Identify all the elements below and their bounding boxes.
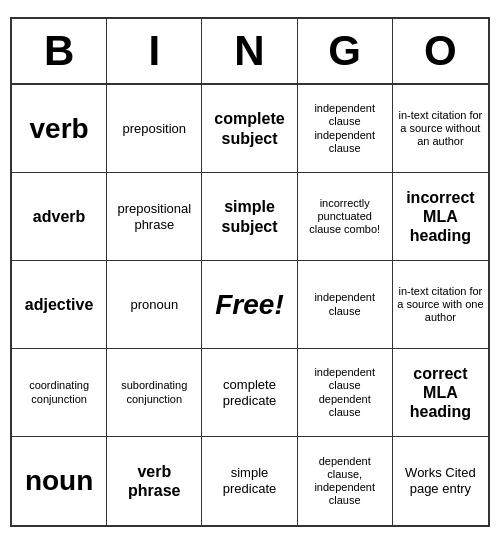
header-letter-B: B <box>12 19 107 83</box>
cell-text-11: pronoun <box>130 297 178 313</box>
cell-text-14: in-text citation for a source with one a… <box>397 285 484 325</box>
bingo-cell-17: complete predicate <box>202 349 297 437</box>
bingo-cell-9: incorrect MLA heading <box>393 173 488 261</box>
cell-text-12: Free! <box>215 288 283 322</box>
cell-text-8: incorrectly punctuated clause combo! <box>302 197 388 237</box>
cell-text-13: independent clause <box>302 291 388 317</box>
cell-text-24: Works Cited page entry <box>397 465 484 496</box>
bingo-header: BINGO <box>12 19 488 85</box>
bingo-cell-1: preposition <box>107 85 202 173</box>
header-letter-I: I <box>107 19 202 83</box>
cell-text-18: independent clause dependent clause <box>302 366 388 419</box>
cell-text-10: adjective <box>25 295 93 314</box>
bingo-grid: verbprepositioncomplete subjectindepende… <box>12 85 488 525</box>
cell-text-1: preposition <box>122 121 186 137</box>
header-letter-N: N <box>202 19 297 83</box>
cell-text-22: simple predicate <box>206 465 292 496</box>
bingo-cell-4: in-text citation for a source without an… <box>393 85 488 173</box>
bingo-card: BINGO verbprepositioncomplete subjectind… <box>10 17 490 527</box>
bingo-cell-14: in-text citation for a source with one a… <box>393 261 488 349</box>
cell-text-20: noun <box>25 464 93 498</box>
cell-text-4: in-text citation for a source without an… <box>397 109 484 149</box>
bingo-cell-3: independent clause independent clause <box>298 85 393 173</box>
bingo-cell-5: adverb <box>12 173 107 261</box>
bingo-cell-12: Free! <box>202 261 297 349</box>
bingo-cell-20: noun <box>12 437 107 525</box>
cell-text-16: subordinating conjunction <box>111 379 197 405</box>
cell-text-19: correct MLA heading <box>397 364 484 422</box>
bingo-cell-15: coordinating conjunction <box>12 349 107 437</box>
bingo-cell-24: Works Cited page entry <box>393 437 488 525</box>
cell-text-23: dependent clause, independent clause <box>302 455 388 508</box>
bingo-cell-6: prepositional phrase <box>107 173 202 261</box>
cell-text-21: verb phrase <box>111 462 197 500</box>
bingo-cell-0: verb <box>12 85 107 173</box>
cell-text-6: prepositional phrase <box>111 201 197 232</box>
bingo-cell-8: incorrectly punctuated clause combo! <box>298 173 393 261</box>
cell-text-17: complete predicate <box>206 377 292 408</box>
bingo-cell-13: independent clause <box>298 261 393 349</box>
bingo-cell-22: simple predicate <box>202 437 297 525</box>
header-letter-G: G <box>298 19 393 83</box>
bingo-cell-11: pronoun <box>107 261 202 349</box>
bingo-cell-16: subordinating conjunction <box>107 349 202 437</box>
bingo-cell-7: simple subject <box>202 173 297 261</box>
bingo-cell-10: adjective <box>12 261 107 349</box>
bingo-cell-2: complete subject <box>202 85 297 173</box>
cell-text-0: verb <box>30 112 89 146</box>
cell-text-3: independent clause independent clause <box>302 102 388 155</box>
bingo-cell-23: dependent clause, independent clause <box>298 437 393 525</box>
bingo-cell-19: correct MLA heading <box>393 349 488 437</box>
cell-text-7: simple subject <box>206 197 292 235</box>
header-letter-O: O <box>393 19 488 83</box>
bingo-cell-21: verb phrase <box>107 437 202 525</box>
cell-text-9: incorrect MLA heading <box>397 188 484 246</box>
bingo-cell-18: independent clause dependent clause <box>298 349 393 437</box>
cell-text-15: coordinating conjunction <box>16 379 102 405</box>
cell-text-5: adverb <box>33 207 85 226</box>
cell-text-2: complete subject <box>206 109 292 147</box>
